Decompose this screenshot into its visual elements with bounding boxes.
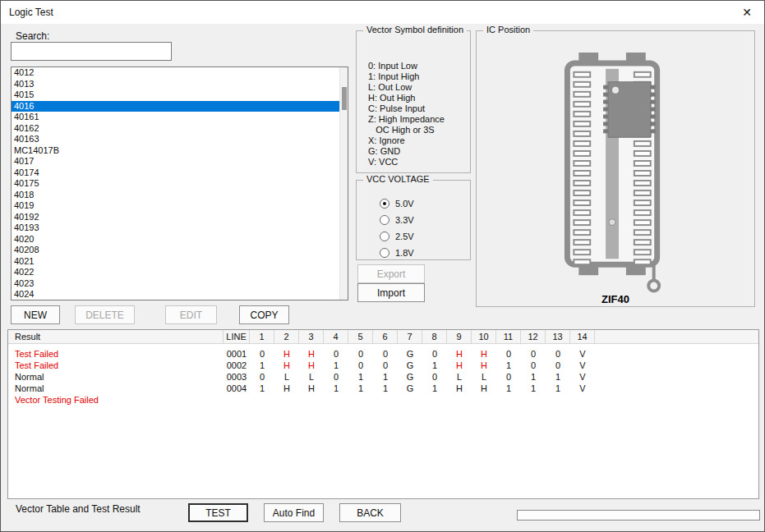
column-header: 5 — [348, 330, 373, 344]
pin-value-cell: H — [299, 360, 324, 371]
radio-icon[interactable] — [380, 215, 389, 225]
result-table-header: ResultLINE1234567891011121314 — [8, 330, 758, 344]
result-cell: Normal — [8, 383, 224, 394]
vector-symbol-line: 1: Input High — [368, 71, 445, 82]
ic-list-item[interactable]: 4016 — [12, 101, 348, 112]
ic-list[interactable]: 4012401340154016401614016240163MC14017B4… — [11, 66, 348, 300]
radio-icon[interactable] — [380, 199, 389, 209]
vcc-voltage-group-title: VCC VOLTAGE — [363, 174, 433, 184]
pin-value-cell: H — [447, 383, 472, 394]
ic-list-item[interactable]: 40193 — [12, 222, 348, 234]
pin-value-cell: 0 — [250, 371, 274, 383]
vcc-radio-option[interactable]: 5.0V — [380, 195, 470, 212]
ic-list-item[interactable]: 4013 — [12, 79, 348, 90]
lever-graphic — [648, 264, 659, 291]
pin-value-cell: G — [398, 348, 422, 360]
ic-list-item[interactable]: 40208 — [12, 245, 348, 256]
ic-list-item[interactable]: 40163 — [12, 134, 348, 145]
column-header: 10 — [472, 330, 496, 344]
auto-find-button[interactable]: Auto Find — [264, 503, 324, 522]
ic-list-item[interactable]: 4017 — [12, 156, 348, 167]
vector-symbol-line: L: Out Low — [368, 82, 445, 93]
pin-value-cell: 1 — [521, 371, 546, 383]
pin-value-cell: H — [472, 348, 496, 360]
column-header: Result — [8, 330, 224, 344]
new-button[interactable]: NEW — [11, 305, 60, 324]
pin-value-cell: 1 — [348, 371, 373, 383]
pin-value-cell: H — [472, 360, 496, 371]
line-cell: 0003 — [224, 371, 250, 383]
pin-value-cell: 0 — [324, 348, 348, 360]
copy-button[interactable]: COPY — [239, 305, 289, 324]
pin-value-cell: H — [472, 383, 496, 394]
pin-value-cell: 1 — [348, 383, 373, 394]
pin-value-cell: 0 — [348, 348, 373, 360]
pin-value-cell: 1 — [373, 371, 398, 383]
vector-symbol-line: C: Pulse Input — [368, 103, 445, 114]
vcc-radio-option[interactable]: 3.3V — [380, 212, 470, 228]
pin-value-cell: H — [274, 383, 299, 394]
column-header: 3 — [299, 330, 324, 344]
ic-position-group: IC Position — [476, 30, 755, 307]
radio-icon[interactable] — [380, 248, 389, 258]
ic-list-item[interactable]: 40192 — [12, 212, 348, 223]
pin-value-cell: G — [398, 371, 422, 383]
scrollbar-thumb[interactable] — [342, 87, 347, 110]
pin-value-cell: 1 — [422, 383, 447, 394]
ic-list-item[interactable]: 4022 — [12, 267, 348, 278]
back-button[interactable]: BACK — [339, 503, 401, 522]
pin-value-cell: L — [299, 371, 324, 383]
result-row: Test Failed00021HH100G1HH100V — [8, 360, 758, 371]
status-label: Vector Table and Test Result — [16, 503, 141, 515]
pin-value-cell: G — [398, 383, 422, 394]
column-header: 1 — [250, 330, 274, 344]
vcc-option-label: 3.3V — [395, 215, 414, 225]
column-header: 9 — [447, 330, 472, 344]
close-icon[interactable]: ✕ — [738, 4, 756, 21]
ic-list-item[interactable]: 4025 — [12, 300, 348, 301]
ic-list-item[interactable]: 4020 — [12, 234, 348, 245]
scrollbar[interactable] — [339, 67, 348, 300]
ic-list-item[interactable]: MC14017B — [12, 145, 348, 157]
result-row: Normal00041HH111G1HH111V — [8, 383, 758, 394]
ic-list-item[interactable]: 4024 — [12, 289, 348, 300]
pin-value-cell: 0 — [324, 371, 348, 383]
vcc-option-label: 2.5V — [395, 232, 414, 241]
result-cell: Vector Testing Failed — [8, 394, 224, 406]
pin-value-cell: 0 — [496, 348, 521, 360]
ic-list-item[interactable]: 4023 — [12, 278, 348, 290]
pin-value-cell: L — [274, 371, 299, 383]
vcc-option-label: 1.8V — [395, 248, 414, 258]
test-button[interactable]: TEST — [188, 503, 248, 522]
pin-value-cell: 1 — [521, 383, 546, 394]
pin-value-cell: 1 — [324, 383, 348, 394]
pin-value-cell: 0 — [348, 360, 373, 371]
column-header: 13 — [546, 330, 570, 344]
pin-value-cell: 0 — [546, 360, 570, 371]
ic-list-item[interactable]: 40162 — [12, 123, 348, 135]
logic-test-window: { "window": { "title": "Logic Test", "cl… — [0, 0, 765, 532]
result-cell: Test Failed — [8, 360, 224, 371]
result-row: Vector Testing Failed — [8, 394, 758, 406]
ic-chip-graphic — [603, 82, 656, 138]
vcc-radio-option[interactable]: 1.8V — [380, 245, 470, 261]
result-table: ResultLINE1234567891011121314 Test Faile… — [7, 329, 759, 499]
ic-list-item[interactable]: 4018 — [12, 190, 348, 201]
ic-list-item[interactable]: 40175 — [12, 178, 348, 190]
column-header: 11 — [496, 330, 521, 344]
import-button[interactable]: Import — [357, 283, 425, 302]
ic-list-item[interactable]: 4021 — [12, 256, 348, 268]
column-header: 2 — [274, 330, 299, 344]
search-input[interactable] — [11, 42, 172, 61]
pin-value-cell: H — [447, 360, 472, 371]
pin-value-cell: 1 — [496, 383, 521, 394]
pin-value-cell: 1 — [324, 360, 348, 371]
radio-icon[interactable] — [380, 232, 389, 241]
ic-list-item[interactable]: 4012 — [12, 67, 348, 79]
pin-value-cell: V — [570, 371, 595, 383]
ic-list-item[interactable]: 4019 — [12, 200, 348, 212]
ic-list-item[interactable]: 40161 — [12, 112, 348, 123]
ic-list-item[interactable]: 40174 — [12, 167, 348, 179]
ic-list-item[interactable]: 4015 — [12, 89, 348, 101]
vcc-radio-option[interactable]: 2.5V — [380, 228, 470, 245]
